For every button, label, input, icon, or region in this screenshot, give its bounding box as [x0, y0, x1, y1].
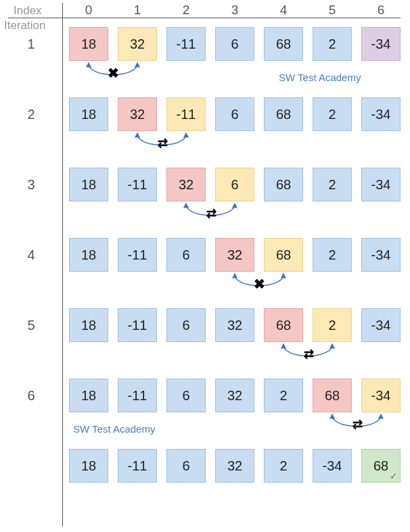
- array-cell: 32: [118, 27, 157, 61]
- array-cell: -11: [118, 308, 157, 342]
- iteration-number: 1: [0, 37, 62, 52]
- array-cell: -34: [361, 97, 401, 131]
- array-cell: 68✓: [361, 449, 401, 483]
- array-cell: 18: [69, 308, 108, 342]
- iteration-row: 618-11632268-34 ⇄: [0, 379, 410, 415]
- array-cell: 18: [69, 449, 108, 483]
- iteration-row: 418-11632682-34 ✖: [0, 238, 410, 274]
- array-cell: 2: [264, 449, 303, 483]
- cells: 18-11632268-34: [69, 379, 401, 412]
- index-label: Index: [14, 4, 42, 18]
- array-cell: -34: [361, 168, 401, 201]
- array-cell: 2: [313, 27, 352, 61]
- array-cell: 68: [264, 97, 303, 131]
- iteration-row: 21832-116682-34 ⇄: [0, 97, 410, 134]
- iteration-number: 4: [0, 247, 62, 263]
- check-icon: ✓: [390, 470, 398, 481]
- swap-icon: ⇄: [294, 346, 321, 362]
- array-cell: 6: [166, 308, 206, 342]
- swap-icon: ⇄: [197, 205, 224, 221]
- array-cell: 6: [166, 238, 206, 272]
- array-cell: 32: [215, 308, 254, 342]
- array-cell: -11: [166, 97, 206, 131]
- array-cell: 18: [69, 27, 108, 61]
- array-cell: 68: [313, 379, 352, 412]
- array-cell: 6: [215, 168, 254, 201]
- array-cell: 32: [166, 168, 206, 201]
- array-cell: 18: [69, 379, 108, 412]
- column-header: 2: [166, 3, 206, 18]
- array-cell: 2: [264, 379, 303, 412]
- array-cell: 32: [215, 238, 254, 272]
- iteration-number: 2: [0, 107, 62, 122]
- column-header: 5: [313, 3, 352, 18]
- array-cell: -34: [361, 308, 401, 342]
- cells: 1832-116682-34: [69, 97, 401, 131]
- rows-container: 11832-116682-34 ✖21832-116682-34 ⇄318-11…: [0, 27, 410, 485]
- array-cell: 2: [313, 308, 352, 342]
- watermark: SW Test Academy: [279, 72, 361, 83]
- iteration-number: 6: [0, 388, 62, 404]
- array-cell: 2: [313, 168, 352, 201]
- iteration-number: 5: [0, 318, 62, 333]
- array-cell: -34: [361, 27, 401, 61]
- array-cell: 68: [264, 238, 303, 272]
- iteration-number: 3: [0, 177, 62, 193]
- iteration-row: 518-11632682-34 ⇄: [0, 308, 410, 345]
- array-cell: 18: [69, 238, 108, 272]
- column-header: 0: [69, 3, 108, 18]
- cells: 18-11632682-34: [69, 238, 401, 272]
- swap-icon: ⇄: [343, 416, 370, 432]
- array-cell: -11: [118, 238, 157, 272]
- no-swap-icon: ✖: [246, 276, 273, 292]
- column-header: 1: [118, 3, 157, 18]
- array-cell: 2: [313, 97, 352, 131]
- cells: 18-11632682-34: [69, 308, 401, 342]
- no-swap-icon: ✖: [99, 65, 127, 81]
- iteration-row: 11832-116682-34 ✖: [0, 27, 410, 64]
- array-cell: -34: [313, 449, 352, 483]
- array-cell: 68: [264, 168, 303, 201]
- array-cell: -34: [361, 379, 401, 412]
- watermark: SW Test Academy: [73, 423, 155, 435]
- array-cell: -34: [361, 238, 401, 272]
- iteration-row: 18-116322-3468✓: [0, 449, 410, 485]
- column-header: 3: [215, 3, 254, 18]
- cells: 18-11326682-34: [69, 168, 401, 201]
- array-cell: 6: [166, 379, 206, 412]
- array-cell: -11: [166, 27, 206, 61]
- column-headers: 0123456: [69, 3, 401, 18]
- array-cell: 6: [215, 27, 254, 61]
- header-divider: [8, 18, 401, 18]
- array-cell: -11: [118, 379, 157, 412]
- array-cell: 6: [166, 449, 206, 483]
- array-cell: 68: [264, 308, 303, 342]
- array-cell: 68: [264, 27, 303, 61]
- array-cell: 32: [215, 379, 254, 412]
- array-cell: 6: [215, 97, 254, 131]
- swap-icon: ⇄: [148, 135, 175, 151]
- array-cell: 2: [313, 238, 352, 272]
- array-cell: 32: [118, 97, 157, 131]
- array-cell: 32: [215, 449, 254, 483]
- array-cell: 18: [69, 97, 108, 131]
- array-cell: -11: [118, 168, 157, 201]
- iteration-row: 318-11326682-34 ⇄: [0, 168, 410, 204]
- cells: 1832-116682-34: [69, 27, 401, 61]
- cells: 18-116322-3468✓: [69, 449, 401, 483]
- column-header: 4: [264, 3, 303, 18]
- array-cell: 18: [69, 168, 108, 201]
- array-cell: -11: [118, 449, 157, 483]
- column-header: 6: [361, 3, 401, 18]
